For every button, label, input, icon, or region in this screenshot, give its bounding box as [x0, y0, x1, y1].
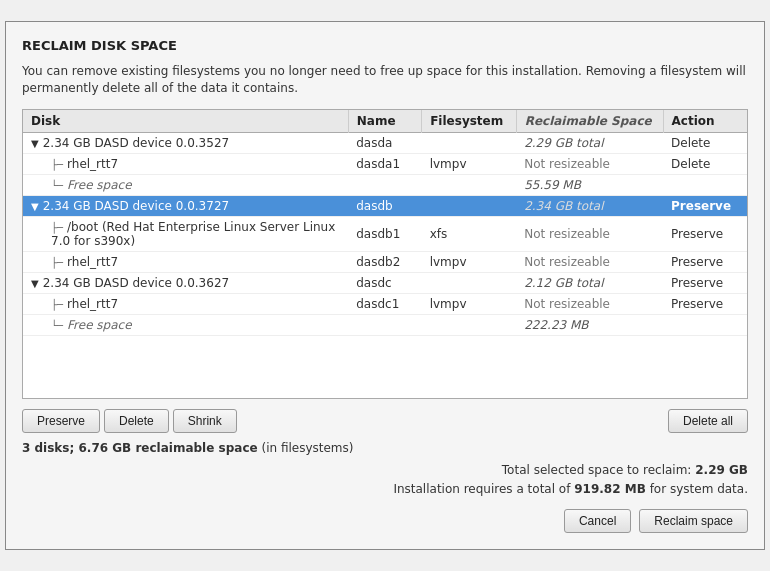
cell-space: Not resizeable	[516, 216, 663, 251]
total-selected-line: Total selected space to reclaim: 2.29 GB	[22, 461, 748, 480]
table-row[interactable]: ├─/boot (Red Hat Enterprise Linux Server…	[23, 216, 747, 251]
total-selected-label: Total selected space to reclaim:	[502, 463, 692, 477]
summary-suffix: (in filesystems)	[261, 441, 353, 455]
preserve-button[interactable]: Preserve	[22, 409, 100, 433]
cell-filesystem: xfs	[422, 216, 516, 251]
table-row[interactable]: └─Free space222.23 MB	[23, 314, 747, 335]
expand-arrow-icon: ▼	[31, 138, 39, 149]
col-header-name: Name	[348, 110, 421, 133]
summary-text: 3 disks; 6.76 GB reclaimable space	[22, 441, 258, 455]
shrink-button[interactable]: Shrink	[173, 409, 237, 433]
cell-disk: ├─rhel_rtt7	[23, 153, 348, 174]
total-selected-value: 2.29 GB	[695, 463, 748, 477]
cell-disk: ├─rhel_rtt7	[23, 293, 348, 314]
cell-space: Not resizeable	[516, 251, 663, 272]
cell-disk: └─Free space	[23, 174, 348, 195]
cell-space: Not resizeable	[516, 153, 663, 174]
cell-action	[663, 174, 747, 195]
cell-name: dasdc	[348, 272, 421, 293]
final-buttons-row: Cancel Reclaim space	[22, 509, 748, 533]
cell-space: 2.34 GB total	[516, 195, 663, 216]
expand-arrow-icon: ▼	[31, 201, 39, 212]
cell-space: 222.23 MB	[516, 314, 663, 335]
expand-arrow-icon: ▼	[31, 278, 39, 289]
action-buttons-row: Preserve Delete Shrink Delete all	[22, 409, 748, 433]
dialog-description: You can remove existing filesystems you …	[22, 63, 748, 97]
indent-marker-icon: ├─	[51, 257, 63, 268]
cell-filesystem: lvmpv	[422, 153, 516, 174]
table-row[interactable]: ├─rhel_rtt7dasda1lvmpvNot resizeableDele…	[23, 153, 747, 174]
requires-value: 919.82 MB	[574, 482, 646, 496]
indent-marker-icon: ├─	[51, 159, 63, 170]
cell-name	[348, 314, 421, 335]
indent-marker-icon: ├─	[51, 222, 63, 233]
disk-table: Disk Name Filesystem Reclaimable Space A…	[23, 110, 747, 336]
table-row[interactable]: ▼2.34 GB DASD device 0.0.3527dasda2.29 G…	[23, 132, 747, 153]
cancel-button[interactable]: Cancel	[564, 509, 631, 533]
indent-spacer-icon: └─	[51, 180, 63, 191]
dialog-title: RECLAIM DISK SPACE	[22, 38, 748, 53]
cell-name: dasdb	[348, 195, 421, 216]
cell-action: Preserve	[663, 216, 747, 251]
cell-action: Preserve	[663, 251, 747, 272]
cell-space: 2.12 GB total	[516, 272, 663, 293]
cell-filesystem: lvmpv	[422, 251, 516, 272]
table-header-row: Disk Name Filesystem Reclaimable Space A…	[23, 110, 747, 133]
cell-disk: ▼2.34 GB DASD device 0.0.3527	[23, 132, 348, 153]
indent-marker-icon: ├─	[51, 299, 63, 310]
requires-suffix: for system data.	[650, 482, 748, 496]
cell-disk: ▼2.34 GB DASD device 0.0.3727	[23, 195, 348, 216]
cell-filesystem	[422, 195, 516, 216]
cell-disk: ├─/boot (Red Hat Enterprise Linux Server…	[23, 216, 348, 251]
cell-space: 2.29 GB total	[516, 132, 663, 153]
table-row[interactable]: ├─rhel_rtt7dasdb2lvmpvNot resizeablePres…	[23, 251, 747, 272]
cell-filesystem	[422, 272, 516, 293]
cell-disk: └─Free space	[23, 314, 348, 335]
cell-action: Preserve	[663, 272, 747, 293]
cell-action: Preserve	[663, 195, 747, 216]
cell-disk: ▼2.34 GB DASD device 0.0.3627	[23, 272, 348, 293]
col-header-space: Reclaimable Space	[516, 110, 663, 133]
cell-filesystem: lvmpv	[422, 293, 516, 314]
cell-filesystem	[422, 174, 516, 195]
cell-action: Delete	[663, 132, 747, 153]
delete-button[interactable]: Delete	[104, 409, 169, 433]
totals-section: Total selected space to reclaim: 2.29 GB…	[22, 461, 748, 499]
table-row[interactable]: ├─rhel_rtt7dasdc1lvmpvNot resizeablePres…	[23, 293, 747, 314]
col-header-disk: Disk	[23, 110, 348, 133]
delete-all-button[interactable]: Delete all	[668, 409, 748, 433]
table-row[interactable]: ▼2.34 GB DASD device 0.0.3727dasdb2.34 G…	[23, 195, 747, 216]
requires-line: Installation requires a total of 919.82 …	[22, 480, 748, 499]
disk-table-container: Disk Name Filesystem Reclaimable Space A…	[22, 109, 748, 399]
table-row[interactable]: └─Free space55.59 MB	[23, 174, 747, 195]
indent-spacer-icon: └─	[51, 320, 63, 331]
cell-action: Delete	[663, 153, 747, 174]
cell-space: 55.59 MB	[516, 174, 663, 195]
cell-name: dasda1	[348, 153, 421, 174]
reclaim-space-button[interactable]: Reclaim space	[639, 509, 748, 533]
col-header-filesystem: Filesystem	[422, 110, 516, 133]
table-row[interactable]: ▼2.34 GB DASD device 0.0.3627dasdc2.12 G…	[23, 272, 747, 293]
cell-action: Preserve	[663, 293, 747, 314]
cell-filesystem	[422, 314, 516, 335]
requires-label: Installation requires a total of	[393, 482, 570, 496]
cell-name: dasda	[348, 132, 421, 153]
cell-name: dasdb1	[348, 216, 421, 251]
cell-name: dasdc1	[348, 293, 421, 314]
cell-filesystem	[422, 132, 516, 153]
cell-space: Not resizeable	[516, 293, 663, 314]
reclaim-disk-space-dialog: RECLAIM DISK SPACE You can remove existi…	[5, 21, 765, 550]
cell-name: dasdb2	[348, 251, 421, 272]
cell-disk: ├─rhel_rtt7	[23, 251, 348, 272]
summary-row: 3 disks; 6.76 GB reclaimable space (in f…	[22, 441, 748, 455]
cell-action	[663, 314, 747, 335]
col-header-action: Action	[663, 110, 747, 133]
cell-name	[348, 174, 421, 195]
